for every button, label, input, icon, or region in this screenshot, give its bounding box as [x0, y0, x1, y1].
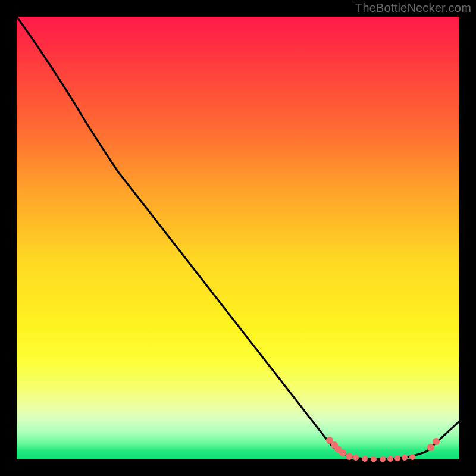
svg-point-9: [387, 456, 393, 462]
svg-point-7: [371, 456, 377, 462]
svg-point-13: [427, 444, 434, 451]
svg-point-4: [346, 453, 353, 460]
svg-point-3: [339, 449, 346, 456]
valley-dots: [326, 437, 440, 462]
svg-point-14: [433, 438, 440, 445]
svg-point-6: [362, 456, 368, 462]
svg-point-11: [402, 455, 408, 461]
svg-point-5: [353, 455, 359, 461]
svg-point-8: [380, 456, 386, 462]
svg-point-10: [394, 455, 400, 461]
bottleneck-curve: [17, 17, 459, 459]
curve-path: [17, 17, 459, 459]
chart-frame: TheBottleNecker.com: [0, 0, 476, 476]
svg-point-12: [409, 454, 415, 460]
watermark-text: TheBottleNecker.com: [355, 1, 471, 15]
plot-area: [17, 17, 459, 459]
